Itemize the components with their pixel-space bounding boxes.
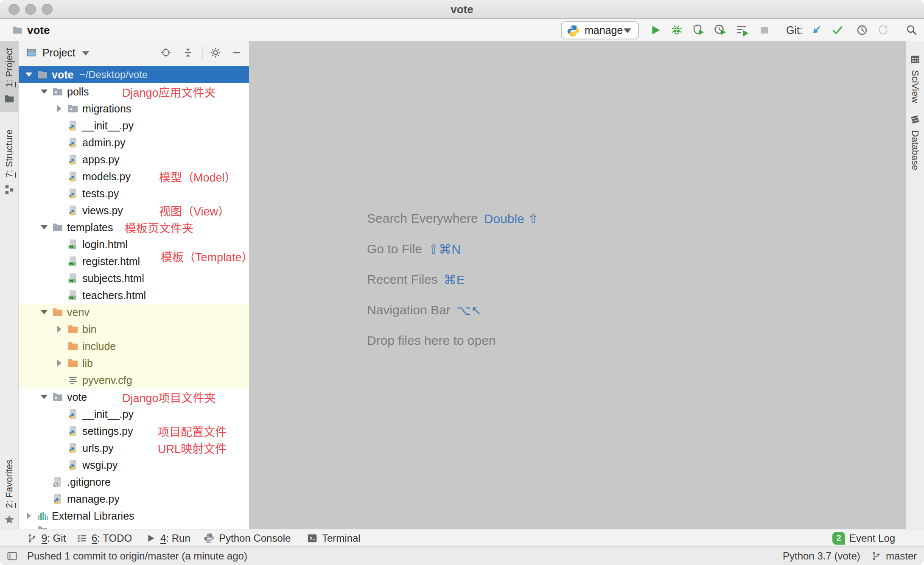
run-configuration-selector[interactable]: manage [561,21,639,39]
panel-title[interactable]: Project [42,41,76,64]
py-file-icon [67,204,79,216]
annotation-label: 模型（Model） [159,168,236,185]
python-interpreter-widget[interactable]: Python 3.7 (vote) [783,547,860,565]
git-commit-icon[interactable] [831,23,844,37]
tree-item-admin.py[interactable]: admin.py [19,134,249,151]
py-file-icon [67,187,79,199]
tree-item-vote[interactable]: vote~/Desktop/vote [19,66,249,83]
structure-icon [4,184,15,195]
tree-item-views.py[interactable]: views.py视图（View） [19,202,249,219]
tree-item-venv[interactable]: venv [19,304,249,321]
annotation-label: 项目配置文件 [158,423,227,439]
toolwindow-button-todo[interactable]: 6: TODO [76,529,132,547]
git-revert-icon [876,23,890,37]
git-history-icon[interactable] [855,23,869,37]
tree-item-wsgi.py[interactable]: wsgi.py [19,456,249,473]
chevron-down-icon [624,28,631,33]
ignored-file-icon [52,476,64,488]
tree-item-__init__.py[interactable]: __init__.py [19,406,249,422]
tree-item-label: .gitignore [67,476,111,488]
tree-item-clipped[interactable] [19,524,249,529]
shortcut-label: Search Everywhere [367,211,478,226]
toolbar-separator [897,22,897,38]
tree-item-include[interactable]: include [19,338,249,355]
run-config-name: manage [585,22,623,39]
tree-item-bin[interactable]: bin [19,321,249,338]
tree-item-templates[interactable]: templates模板页文件夹 [19,219,249,236]
toolwindow-button-run[interactable]: 4: Run [145,529,190,547]
toolwindow-button-event-log[interactable]: 2 Event Log [832,529,895,547]
locate-icon[interactable] [160,47,172,59]
toolwindow-button-python-console[interactable]: Python Console [204,529,291,547]
chevron-right-icon[interactable] [52,360,67,366]
toolwindow-button-git[interactable]: 9: Git [26,529,66,547]
toolwindow-button-project[interactable]: 1: Project [0,41,19,112]
tree-item-label: include [82,340,116,352]
toolbar-separator [779,22,779,38]
toolwindow-button-structure[interactable]: 7: Structure [0,123,19,190]
python-logo-icon [567,25,580,37]
coverage-icon[interactable] [691,23,705,37]
tree-item-settings.py[interactable]: settings.py项目配置文件 [19,422,249,439]
git-branch-widget[interactable]: master [871,547,917,565]
project-panel: Project vote~/Desktop/votepollsDjango应用文… [19,41,249,529]
shortcut-line: Go to File⇧⌘N [367,234,538,264]
tree-item-label: bin [82,323,96,336]
git-update-icon[interactable] [809,23,823,37]
editor-area[interactable]: Search EverywhereDouble ⇧ Go to File⇧⌘N … [249,41,906,529]
chevron-right-icon[interactable] [21,512,36,519]
py-file-icon [67,171,79,182]
chevron-down-icon[interactable] [36,90,52,94]
pycharm-window: vote vote manage Git: 1: Project 7: [0,0,924,565]
collapse-all-icon[interactable] [182,47,194,59]
tree-item-polls[interactable]: pollsDjango应用文件夹 [19,83,249,100]
py-file-icon [67,459,79,471]
toolwindow-button-sciview[interactable]: SciView [906,54,924,103]
tree-item-vote[interactable]: voteDjango项目文件夹 [19,389,249,406]
breadcrumb[interactable]: vote [27,19,50,41]
tree-item-lib[interactable]: lib [19,355,249,372]
tree-item-label: polls [67,86,89,98]
shortcut-keys: ⇧⌘N [428,242,461,257]
window-toggle-icon[interactable] [6,547,18,565]
tree-item-External Libraries[interactable]: External Libraries [19,507,249,524]
chevron-down-icon[interactable] [36,395,52,399]
tree-item-models.py[interactable]: models.py模型（Model） [19,168,249,185]
run-configs-icon[interactable] [736,23,749,37]
chevron-down-icon[interactable] [36,310,52,314]
tree-item-label: tests.py [82,187,119,200]
profiler-icon[interactable] [713,23,727,37]
debug-icon[interactable] [670,23,683,37]
tree-item-migrations[interactable]: migrations [19,100,249,117]
chevron-down-icon[interactable] [36,225,52,229]
tree-item-register.html[interactable]: register.html模板（Template） [19,253,249,270]
tree-item-.gitignore[interactable]: .gitignore [19,473,249,490]
shortcut-line: Recent Files⌘E [367,264,538,295]
run-icon[interactable] [649,23,662,37]
shortcut-keys: ⌘E [444,272,465,287]
chevron-down-icon[interactable] [82,51,89,56]
toolwindow-button-favorites[interactable]: 2: Favorites [0,453,19,525]
tree-item-pyvenv.cfg[interactable]: pyvenv.cfg [19,372,249,389]
py-file-icon [67,425,79,437]
folder-orange-icon [67,357,79,369]
chevron-right-icon[interactable] [52,326,67,333]
gear-icon[interactable] [210,47,221,59]
hide-panel-icon[interactable] [231,47,243,59]
chevron-right-icon[interactable] [52,105,67,112]
tree-item-manage.py[interactable]: manage.py [19,490,249,507]
git-branch-icon [871,551,882,562]
tree-item-label: apps.py [82,154,120,166]
toolwindow-button-terminal[interactable]: Terminal [307,529,361,547]
tree-item-subjects.html[interactable]: subjects.html [19,270,249,287]
annotation-label: Django项目文件夹 [122,389,216,406]
tree-item-label: lib [82,357,93,369]
tree-item-teachers.html[interactable]: teachers.html [19,287,249,304]
search-icon[interactable] [905,23,918,37]
toolwindow-button-database[interactable]: Database [906,114,924,170]
chevron-down-icon[interactable] [21,73,36,77]
tree-item-tests.py[interactable]: tests.py [19,185,249,202]
tree-item-urls.py[interactable]: urls.pyURL映射文件 [19,439,249,456]
tree-item-__init__.py[interactable]: __init__.py [19,117,249,134]
tree-item-apps.py[interactable]: apps.py [19,151,249,168]
